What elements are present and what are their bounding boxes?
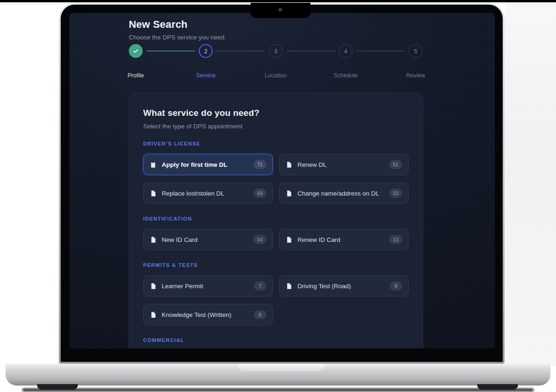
step-circle[interactable]: 5 bbox=[409, 44, 423, 58]
step-number: 4 bbox=[344, 48, 347, 55]
step-number: 2 bbox=[204, 48, 207, 55]
lid-opening-notch bbox=[238, 364, 325, 371]
step-label: Schedule bbox=[334, 72, 358, 79]
laptop-base bbox=[6, 364, 550, 386]
file-icon bbox=[150, 236, 157, 243]
camera-icon bbox=[278, 8, 283, 12]
file-icon bbox=[285, 283, 292, 290]
service-option[interactable]: Change name/address on DL 23 bbox=[279, 183, 409, 204]
file-icon bbox=[285, 236, 292, 243]
step-circle[interactable]: 3 bbox=[269, 44, 283, 58]
step-label: Review bbox=[406, 72, 425, 79]
background-right-strip bbox=[505, 2, 556, 366]
stepper-step: 5 Review bbox=[409, 44, 423, 58]
availability-badge: 8 bbox=[390, 281, 402, 291]
laptop-frame: New Search Choose the DPS service you ne… bbox=[59, 3, 505, 364]
page-title: New Search bbox=[129, 19, 226, 31]
service-option[interactable]: Replace lost/stolen DL 43 bbox=[143, 183, 273, 204]
clipboard-icon bbox=[150, 161, 157, 168]
camera-notch bbox=[251, 3, 310, 18]
step-label: Location bbox=[265, 72, 286, 79]
service-grid: New ID Card 14 Renew ID Card 13 bbox=[143, 229, 409, 250]
stepper-step: 4 Schedule bbox=[339, 44, 353, 58]
stepper: 1 Profile 2 Service 3 Location 4 bbox=[129, 44, 425, 90]
availability-badge: 23 bbox=[389, 189, 402, 198]
step-label: Profile bbox=[127, 72, 144, 79]
service-option-label: Apply for first time DL bbox=[162, 161, 227, 168]
service-option-label: Replace lost/stolen DL bbox=[162, 190, 224, 197]
step-number: 5 bbox=[414, 48, 417, 55]
card-title: What service do you need? bbox=[143, 108, 409, 118]
service-option[interactable]: Apply for first time DL 71 bbox=[143, 154, 273, 175]
service-section: IDENTIFICATION New ID Card 14 Renew ID C… bbox=[143, 216, 409, 250]
step-connector bbox=[216, 51, 265, 51]
check-icon bbox=[133, 48, 139, 54]
page-subtitle: Choose the DPS service you need. bbox=[129, 34, 226, 41]
step-connector bbox=[356, 51, 405, 51]
service-card: What service do you need? Select the typ… bbox=[129, 93, 423, 348]
section-label: IDENTIFICATION bbox=[143, 216, 409, 221]
service-option[interactable]: Renew DL 51 bbox=[279, 154, 409, 175]
step-number: 3 bbox=[274, 48, 277, 55]
availability-badge: 7 bbox=[254, 281, 266, 291]
service-section: COMMERCIAL bbox=[143, 337, 409, 348]
laptop-foot bbox=[37, 384, 78, 390]
file-icon bbox=[150, 311, 157, 318]
card-subtitle: Select the type of DPS appointment bbox=[143, 123, 409, 130]
section-label: PERMITS & TESTS bbox=[143, 262, 409, 268]
service-section: DRIVER’S LICENSE Apply for first time DL… bbox=[143, 141, 409, 204]
availability-badge: 51 bbox=[389, 160, 402, 169]
service-option-label: Knowledge Test (Written) bbox=[162, 311, 231, 318]
section-label: COMMERCIAL bbox=[143, 337, 409, 343]
service-grid: Apply for first time DL 71 Renew DL 51 R… bbox=[143, 154, 409, 204]
service-option[interactable]: Knowledge Test (Written) 6 bbox=[143, 304, 273, 325]
availability-badge: 14 bbox=[253, 235, 266, 244]
availability-badge: 43 bbox=[253, 189, 266, 198]
screen: New Search Choose the DPS service you ne… bbox=[70, 13, 495, 348]
service-sections: DRIVER’S LICENSE Apply for first time DL… bbox=[143, 141, 409, 348]
laptop-shadow bbox=[22, 388, 534, 392]
page-header: New Search Choose the DPS service you ne… bbox=[129, 19, 226, 41]
step-circle[interactable]: 1 bbox=[129, 44, 143, 58]
step-connector bbox=[146, 51, 195, 51]
availability-badge: 6 bbox=[254, 310, 266, 319]
service-section: PERMITS & TESTS Learner Permit 7 Driving… bbox=[143, 262, 409, 325]
background-top-bar bbox=[0, 0, 556, 2]
step-circle[interactable]: 2 bbox=[199, 44, 213, 58]
step-circle[interactable]: 4 bbox=[339, 44, 353, 58]
file-icon bbox=[285, 190, 292, 197]
service-option[interactable]: Learner Permit 7 bbox=[143, 275, 273, 297]
service-option-label: Change name/address on DL bbox=[297, 190, 379, 197]
availability-badge: 71 bbox=[253, 160, 266, 169]
service-grid: Learner Permit 7 Driving Test (Road) 8 K… bbox=[143, 275, 409, 325]
laptop-foot bbox=[477, 384, 518, 390]
service-option[interactable]: Driving Test (Road) 8 bbox=[279, 275, 409, 297]
file-icon bbox=[150, 283, 157, 290]
stepper-step: 1 Profile bbox=[129, 44, 143, 58]
service-option-label: Renew DL bbox=[297, 161, 327, 168]
service-option[interactable]: New ID Card 14 bbox=[143, 229, 273, 250]
screen-bezel: New Search Choose the DPS service you ne… bbox=[61, 5, 503, 362]
file-icon bbox=[150, 190, 157, 197]
stepper-step: 2 Service bbox=[199, 44, 213, 58]
service-option[interactable]: Renew ID Card 13 bbox=[279, 229, 409, 250]
service-option-label: New ID Card bbox=[162, 236, 197, 243]
service-option-label: Renew ID Card bbox=[297, 236, 340, 243]
file-icon bbox=[285, 161, 292, 168]
section-label: DRIVER’S LICENSE bbox=[143, 141, 409, 146]
service-option-label: Learner Permit bbox=[162, 283, 203, 290]
step-label: Service bbox=[196, 72, 215, 79]
availability-badge: 13 bbox=[389, 235, 402, 244]
service-option-label: Driving Test (Road) bbox=[297, 283, 351, 290]
step-connector bbox=[286, 51, 335, 51]
stepper-step: 3 Location bbox=[269, 44, 283, 58]
